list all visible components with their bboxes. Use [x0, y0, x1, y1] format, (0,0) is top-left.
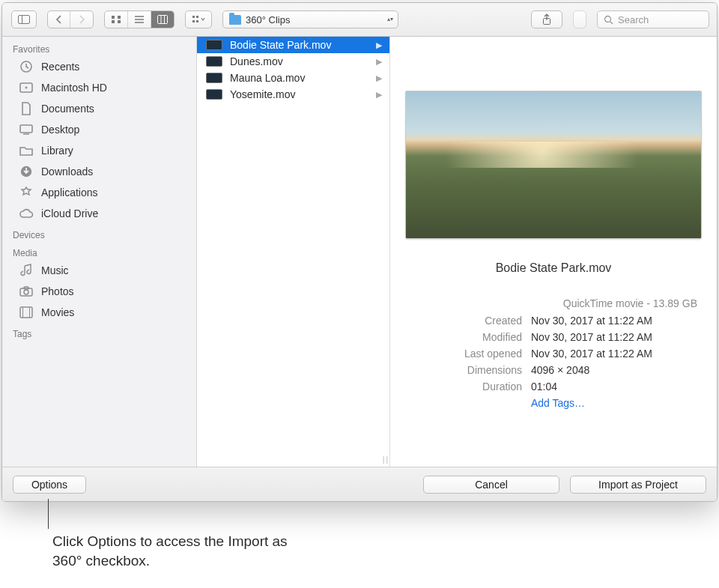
- sidebar-heading-tags: Tags: [2, 327, 196, 341]
- nav-back-forward: [47, 10, 94, 28]
- svg-rect-4: [112, 20, 115, 23]
- sidebar: Favorites Recents Macintosh HD Documents…: [2, 37, 197, 467]
- cloud-icon: [19, 207, 34, 220]
- path-folder-name: 360° Clips: [246, 14, 290, 25]
- preview-type-size: QuickTime movie - 13.89 GB: [402, 297, 697, 309]
- download-icon: [19, 165, 34, 178]
- sidebar-item-downloads[interactable]: Downloads: [2, 161, 196, 182]
- meta-label-dimensions: Dimensions: [402, 362, 522, 378]
- open-dialog: 360° Clips ▴▾ Search Favorites Recents M…: [1, 2, 718, 502]
- applications-icon: [19, 186, 34, 199]
- annotation-text: Click Options to access the Import as 36…: [52, 532, 307, 571]
- file-row[interactable]: Mauna Loa.mov ▶: [197, 70, 389, 86]
- sidebar-item-library[interactable]: Library: [2, 140, 196, 161]
- icon-view-button[interactable]: [105, 11, 128, 28]
- chevron-right-icon: ▶: [376, 40, 382, 50]
- dialog-footer: Options Cancel Import as Project: [2, 467, 717, 501]
- file-row[interactable]: Bodie State Park.mov ▶: [197, 37, 389, 53]
- file-row[interactable]: Yosemite.mov ▶: [197, 86, 389, 103]
- meta-value-last-opened: Nov 30, 2017 at 11:22 AM: [531, 345, 697, 362]
- svg-rect-22: [20, 125, 32, 133]
- chevron-right-icon: ▶: [376, 90, 382, 100]
- svg-point-21: [25, 87, 28, 89]
- svg-rect-15: [196, 20, 198, 22]
- column-view-button[interactable]: [151, 11, 174, 28]
- annotation-leader-line: [48, 499, 49, 529]
- svg-rect-2: [112, 16, 115, 19]
- sidebar-item-applications[interactable]: Applications: [2, 182, 196, 203]
- dialog-body: Favorites Recents Macintosh HD Documents…: [2, 37, 717, 467]
- sidebar-item-movies[interactable]: Movies: [2, 302, 196, 323]
- file-column: Bodie State Park.mov ▶ Dunes.mov ▶ Mauna…: [197, 37, 390, 467]
- sidebar-item-desktop[interactable]: Desktop: [2, 119, 196, 140]
- meta-label-last-opened: Last opened: [402, 345, 522, 362]
- import-as-project-button[interactable]: Import as Project: [570, 476, 706, 494]
- sidebar-item-documents[interactable]: Documents: [2, 98, 196, 119]
- svg-rect-28: [20, 307, 32, 318]
- sidebar-item-recents[interactable]: Recents: [2, 56, 196, 77]
- music-icon: [19, 264, 34, 277]
- sidebar-item-macintosh-hd[interactable]: Macintosh HD: [2, 77, 196, 98]
- share-button[interactable]: [531, 10, 562, 28]
- file-name: Mauna Loa.mov: [230, 72, 305, 84]
- sidebar-item-music[interactable]: Music: [2, 260, 196, 281]
- chevron-right-icon: ▶: [376, 73, 382, 83]
- meta-label-duration: Duration: [402, 378, 522, 395]
- forward-button[interactable]: [70, 11, 93, 28]
- back-button[interactable]: [48, 11, 70, 28]
- sidebar-icon: [12, 11, 36, 28]
- clock-icon: [19, 60, 34, 73]
- column-resize-handle[interactable]: ||: [383, 455, 389, 464]
- options-button[interactable]: Options: [13, 476, 86, 494]
- toolbar: 360° Clips ▴▾ Search: [2, 3, 717, 37]
- folder-icon: [229, 15, 241, 25]
- add-tags-link[interactable]: Add Tags…: [531, 395, 697, 411]
- svg-rect-12: [192, 16, 195, 18]
- preview-thumbnail: [405, 91, 702, 239]
- svg-rect-3: [118, 16, 121, 19]
- divider-segment: [573, 10, 586, 28]
- svg-line-18: [610, 21, 613, 24]
- sidebar-heading-favorites: Favorites: [2, 43, 196, 56]
- meta-value-modified: Nov 30, 2017 at 11:22 AM: [531, 329, 697, 345]
- svg-rect-13: [196, 16, 198, 18]
- disk-icon: [19, 81, 34, 94]
- movie-thumb-icon: [206, 89, 222, 100]
- file-name: Bodie State Park.mov: [230, 39, 331, 51]
- svg-point-17: [605, 16, 611, 22]
- desktop-icon: [19, 123, 34, 136]
- search-placeholder: Search: [618, 14, 649, 25]
- sidebar-toggle-button[interactable]: [11, 10, 37, 28]
- svg-rect-14: [192, 20, 195, 22]
- sidebar-heading-media: Media: [2, 246, 196, 260]
- path-dropdown[interactable]: 360° Clips ▴▾: [222, 10, 398, 28]
- chevron-right-icon: ▶: [376, 57, 382, 67]
- cancel-button[interactable]: Cancel: [423, 476, 559, 494]
- meta-value-created: Nov 30, 2017 at 11:22 AM: [531, 312, 697, 329]
- film-icon: [19, 306, 34, 319]
- movie-thumb-icon: [206, 73, 222, 83]
- meta-label-created: Created: [402, 312, 522, 329]
- sidebar-item-photos[interactable]: Photos: [2, 281, 196, 302]
- sidebar-heading-devices: Devices: [2, 228, 196, 242]
- svg-point-26: [24, 290, 28, 294]
- view-switcher: [104, 10, 175, 28]
- file-row[interactable]: Dunes.mov ▶: [197, 53, 389, 70]
- document-icon: [19, 102, 34, 115]
- preview-pane: Bodie State Park.mov QuickTime movie - 1…: [390, 37, 717, 467]
- sidebar-item-icloud-drive[interactable]: iCloud Drive: [2, 203, 196, 224]
- chevron-updown-icon: ▴▾: [387, 17, 393, 22]
- search-field[interactable]: Search: [597, 10, 709, 28]
- search-icon: [604, 15, 613, 25]
- svg-rect-9: [158, 16, 168, 24]
- svg-rect-5: [118, 20, 121, 23]
- list-view-button[interactable]: [128, 11, 151, 28]
- preview-metadata: QuickTime movie - 13.89 GB Created Nov 3…: [402, 297, 705, 411]
- folder-icon: [19, 144, 34, 157]
- meta-value-duration: 01:04: [531, 378, 697, 395]
- meta-label-modified: Modified: [402, 329, 522, 345]
- movie-thumb-icon: [206, 40, 222, 50]
- svg-rect-0: [19, 16, 30, 24]
- movie-thumb-icon: [206, 56, 222, 67]
- group-by-button[interactable]: [185, 10, 212, 28]
